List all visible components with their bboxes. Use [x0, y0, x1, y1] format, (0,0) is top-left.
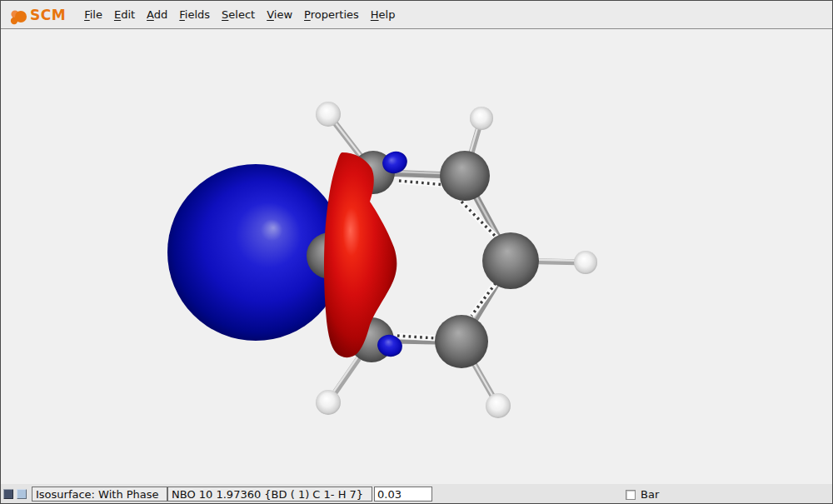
hydrogen-atom-h2[interactable]: [316, 102, 341, 127]
menu-select[interactable]: Select: [216, 5, 261, 24]
isosurface-mode-select[interactable]: Isosurface: With Phase: [32, 487, 167, 502]
bar-checkbox-box[interactable]: [626, 490, 636, 500]
isovalue-input[interactable]: [374, 487, 432, 502]
scm-logo-text: SCM: [30, 7, 66, 23]
carbon-atom-c3[interactable]: [440, 151, 490, 201]
color-swatch-dark-button[interactable]: [3, 489, 13, 499]
hydrogen-atom-h6[interactable]: [316, 390, 341, 415]
carbon-atom-c5[interactable]: [435, 315, 488, 368]
carbon-atom-c4[interactable]: [482, 232, 539, 289]
orbital-select[interactable]: NBO 10 1.97360 {BD ( 1) C 1- H 7}: [167, 487, 372, 502]
scm-logo-icon: [7, 3, 29, 27]
menu-items: File Edit Add Fields Select View Propert…: [78, 5, 401, 24]
menu-bar: SCM File Edit Add Fields Select View Pro…: [1, 1, 832, 29]
orbital-label: NBO 10 1.97360 {BD ( 1) C 1- H 7}: [172, 488, 363, 501]
scm-logo: SCM: [7, 3, 66, 27]
isosurface-mode-label: Isosurface: With Phase: [36, 488, 159, 501]
molecule-scene: [1, 29, 832, 484]
adfview-window: SCM File Edit Add Fields Select View Pro…: [0, 0, 833, 504]
hydrogen-atom-h4[interactable]: [574, 251, 597, 274]
status-bar: Isosurface: With Phase NBO 10 1.97360 {B…: [1, 484, 832, 503]
hydrogen-atom-h3[interactable]: [470, 107, 493, 130]
menu-fields[interactable]: Fields: [173, 5, 216, 24]
menu-help[interactable]: Help: [365, 5, 402, 24]
molecule-viewport[interactable]: [1, 29, 832, 484]
menu-properties[interactable]: Properties: [298, 5, 365, 24]
hydrogen-atom-h5[interactable]: [486, 393, 511, 418]
menu-add[interactable]: Add: [141, 5, 173, 24]
menu-view[interactable]: View: [261, 5, 298, 24]
menu-file[interactable]: File: [78, 5, 108, 24]
color-swatch-light-button[interactable]: [17, 489, 27, 499]
bar-checkbox[interactable]: Bar: [626, 488, 659, 501]
menu-edit[interactable]: Edit: [108, 5, 141, 24]
bar-checkbox-label: Bar: [641, 488, 659, 501]
